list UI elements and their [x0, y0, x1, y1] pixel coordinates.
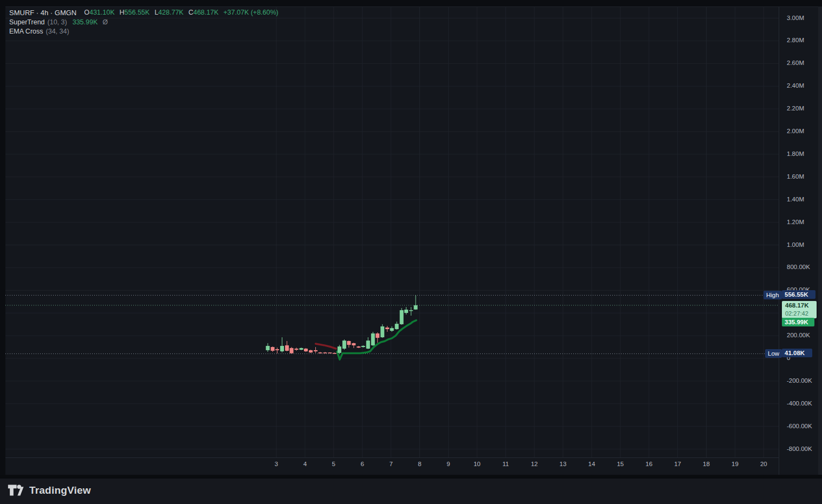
- time-tick: 14: [588, 461, 595, 467]
- tradingview-logo[interactable]: TradingView: [8, 483, 91, 497]
- time-tick: 19: [732, 461, 739, 467]
- supertrend-value: 335.99K: [73, 18, 98, 28]
- ema-cross-params: (34, 34): [46, 27, 69, 37]
- symbol-legend-row[interactable]: SMURF · 4h · GMGN O431.10K H556.55K L428…: [9, 8, 283, 18]
- chart-pane[interactable]: [5, 6, 779, 458]
- price-tick: 1.20M: [787, 218, 804, 226]
- footer-bar: TradingView: [0, 479, 822, 504]
- time-tick: 12: [531, 461, 538, 467]
- tradingview-wordmark: TradingView: [29, 485, 91, 496]
- low-tag: Low: [765, 349, 782, 358]
- ohlc-low: L428.77K: [154, 8, 184, 18]
- right-edge-strip: [818, 6, 822, 475]
- price-tick: 2.40M: [787, 81, 804, 90]
- indicator-ema-cross-row[interactable]: EMA Cross (34, 34): [9, 27, 283, 37]
- price-tick: 2.80M: [787, 36, 804, 44]
- footer-divider: [0, 475, 822, 479]
- chart-legend: SMURF · 4h · GMGN O431.10K H556.55K L428…: [9, 8, 283, 37]
- supertrend-params: (10, 3): [48, 18, 67, 28]
- price-tick: 200.00K: [787, 331, 810, 339]
- time-tick: 10: [474, 461, 481, 467]
- tradingview-chart-window: 3.00M2.80M2.60M2.40M2.20M2.00M1.80M1.60M…: [0, 0, 822, 504]
- time-tick: 20: [760, 461, 767, 467]
- ema-cross-name: EMA Cross: [9, 27, 43, 37]
- price-tick: 3.00M: [787, 14, 804, 22]
- time-tick: 3: [275, 461, 278, 467]
- last-price-label: 468.17K 02:27:42: [782, 301, 817, 318]
- price-tick: -200.00K: [787, 376, 812, 385]
- price-tick: 2.60M: [787, 58, 804, 67]
- price-tick: -600.00K: [787, 422, 812, 430]
- time-tick: 11: [502, 461, 509, 467]
- high-price-label: 556.55K: [782, 290, 815, 299]
- time-tick: 18: [703, 461, 710, 467]
- price-tick: 2.00M: [787, 127, 804, 135]
- price-tick: 1.60M: [787, 172, 804, 181]
- low-price-label: 41.08K: [782, 349, 812, 357]
- time-tick: 5: [332, 461, 335, 467]
- supertrend-name: SuperTrend: [9, 18, 45, 28]
- change-value: +37.07K (+8.60%): [223, 8, 278, 18]
- price-tick: 2.20M: [787, 104, 804, 113]
- time-tick: 16: [645, 461, 652, 467]
- ohlc-open: O431.10K: [84, 8, 114, 18]
- price-tick: 1.00M: [787, 240, 804, 249]
- ohlc-close: C468.17K: [189, 8, 219, 18]
- time-tick: 13: [560, 461, 567, 467]
- tradingview-logo-icon: [8, 483, 24, 497]
- supertrend-price-label: 335.99K: [782, 318, 814, 326]
- symbol-title: SMURF · 4h · GMGN: [9, 8, 76, 18]
- time-tick: 7: [389, 461, 392, 467]
- time-tick: 9: [446, 461, 450, 467]
- indicator-supertrend-row[interactable]: SuperTrend (10, 3) 335.99K Ø: [9, 18, 283, 28]
- price-tick: -800.00K: [787, 444, 812, 453]
- last-price-value: 468.17K: [785, 302, 813, 310]
- time-tick: 6: [360, 461, 364, 467]
- time-tick: 17: [674, 461, 681, 467]
- price-tick: 800.00K: [787, 263, 810, 271]
- high-tag: High: [763, 291, 782, 299]
- supertrend-hidden-icon[interactable]: Ø: [102, 18, 108, 28]
- bar-countdown: 02:27:42: [785, 310, 813, 318]
- price-chart-canvas[interactable]: [5, 7, 779, 458]
- price-tick: 1.80M: [787, 149, 804, 158]
- price-tick: 1.40M: [787, 195, 804, 204]
- price-tick: -400.00K: [787, 399, 812, 408]
- time-tick: 8: [418, 461, 421, 467]
- time-tick: 15: [617, 461, 624, 467]
- ohlc-high: H556.55K: [120, 8, 150, 18]
- time-tick: 4: [303, 461, 307, 467]
